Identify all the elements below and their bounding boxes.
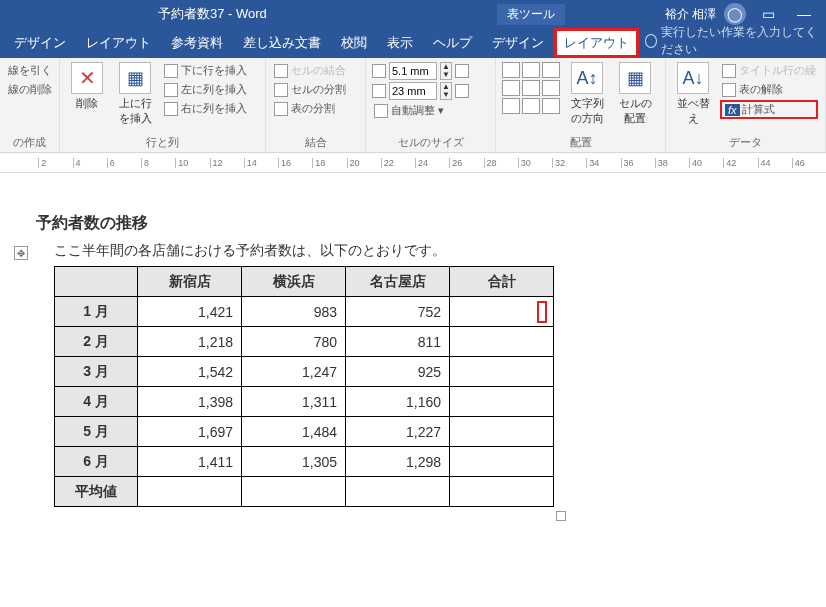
table-cell[interactable]: 1,542 [138,357,242,387]
table-cell[interactable]: 1,305 [242,447,346,477]
table-col-header[interactable]: 合計 [450,267,554,297]
ribbon-display-options-icon[interactable]: ▭ [754,6,782,22]
table-cell[interactable]: 1,311 [242,387,346,417]
table-row-header[interactable]: 6 月 [55,447,138,477]
tab-design[interactable]: デザイン [4,28,76,58]
distribute-rows-icon[interactable] [455,64,469,78]
table-cell[interactable]: 1,398 [138,387,242,417]
cell-margins-button[interactable]: ▦ セルの配置 [614,62,656,133]
sort-button[interactable]: A↓ 並べ替え [672,62,714,133]
table-cell[interactable]: 1,411 [138,447,242,477]
table-row[interactable]: 6 月1,4111,3051,298 [55,447,554,477]
table-row[interactable]: 3 月1,5421,247925 [55,357,554,387]
table-col-header[interactable]: 名古屋店 [346,267,450,297]
alignment-grid[interactable] [502,62,560,133]
tab-references[interactable]: 参考資料 [161,28,233,58]
table-sum-cell[interactable] [450,387,554,417]
table-cell[interactable]: 780 [242,327,346,357]
align-mr[interactable] [542,80,560,96]
table-row-header[interactable]: 3 月 [55,357,138,387]
table-row[interactable]: 4 月1,3981,3111,160 [55,387,554,417]
table-col-header[interactable]: 横浜店 [242,267,346,297]
table-row-header[interactable]: 1 月 [55,297,138,327]
align-tc[interactable] [522,62,540,78]
distribute-cols-icon[interactable] [455,84,469,98]
table-tools-label: 表ツール [497,4,565,25]
table-sum-cell[interactable] [450,297,554,327]
table-cell[interactable]: 811 [346,327,450,357]
user-avatar-icon[interactable]: ◯ [724,3,746,25]
tab-view[interactable]: 表示 [377,28,423,58]
align-mc[interactable] [522,80,540,96]
tell-me-search[interactable]: 実行したい作業を入力してください [645,24,822,58]
table-sum-cell[interactable] [450,417,554,447]
table-cell[interactable]: 925 [346,357,450,387]
insert-above-button[interactable]: ▦ 上に行を挿入 [114,62,156,133]
tab-help[interactable]: ヘルプ [423,28,482,58]
horizontal-ruler[interactable]: 2468101214161820222426283032343638404244… [0,153,826,173]
convert-to-text-button[interactable]: 表の解除 [720,81,818,98]
table-cell[interactable]: 1,160 [346,387,450,417]
align-bl[interactable] [502,98,520,114]
row-height-spinner[interactable]: ▲▼ [440,62,452,80]
tab-layout[interactable]: レイアウト [76,28,161,58]
table-row-header[interactable]: 平均値 [55,477,138,507]
table-row-header[interactable]: 5 月 [55,417,138,447]
table-sum-cell[interactable] [450,447,554,477]
align-tr[interactable] [542,62,560,78]
align-tl[interactable] [502,62,520,78]
row-height-icon [372,64,386,78]
align-ml[interactable] [502,80,520,96]
table-sum-cell[interactable] [450,477,554,507]
table-cell[interactable]: 1,298 [346,447,450,477]
table-cell[interactable]: 1,227 [346,417,450,447]
table-cell[interactable] [242,477,346,507]
table-cell[interactable]: 1,218 [138,327,242,357]
table-move-handle-icon[interactable]: ✥ [14,246,28,260]
insert-right-button[interactable]: 右に列を挿入 [162,100,249,117]
table-cell[interactable] [346,477,450,507]
tab-review[interactable]: 校閲 [331,28,377,58]
table-row[interactable]: 平均値 [55,477,554,507]
split-table-button[interactable]: 表の分割 [272,100,359,117]
align-br[interactable] [542,98,560,114]
align-bc[interactable] [522,98,540,114]
table-cell[interactable]: 1,484 [242,417,346,447]
table-resize-handle-icon[interactable] [556,511,566,521]
table-cell[interactable]: 1,697 [138,417,242,447]
table-cell[interactable]: 1,247 [242,357,346,387]
row-height-input[interactable] [389,62,437,80]
table-col-header[interactable] [55,267,138,297]
table-sum-cell[interactable] [450,327,554,357]
table-row[interactable]: 1 月1,421983752 [55,297,554,327]
table-col-header[interactable]: 新宿店 [138,267,242,297]
insert-below-button[interactable]: 下に行を挿入 [162,62,249,79]
table-cell[interactable]: 1,421 [138,297,242,327]
tab-table-design[interactable]: デザイン [482,28,554,58]
reservation-table[interactable]: 新宿店横浜店名古屋店合計 1 月1,4219837522 月1,21878081… [54,266,554,507]
table-row-header[interactable]: 4 月 [55,387,138,417]
autofit-icon [374,104,388,118]
delete-button[interactable]: ✕ 削除 [66,62,108,133]
table-row[interactable]: 5 月1,6971,4841,227 [55,417,554,447]
minimize-icon[interactable]: — [790,6,818,22]
split-cells-button[interactable]: セルの分割 [272,81,359,98]
draw-border-button[interactable]: 線を引く [6,62,53,79]
group-rows-cols: ✕ 削除 ▦ 上に行を挿入 下に行を挿入 左に列を挿入 右に列を挿入 行と列 [60,58,266,152]
table-row-header[interactable]: 2 月 [55,327,138,357]
erase-border-button[interactable]: 線の削除 [6,81,53,98]
insert-left-button[interactable]: 左に列を挿入 [162,81,249,98]
tab-table-layout[interactable]: レイアウト [554,28,639,58]
tab-mailings[interactable]: 差し込み文書 [233,28,331,58]
group-alignment: A↕ 文字列の方向 ▦ セルの配置 配置 [496,58,666,152]
text-direction-button[interactable]: A↕ 文字列の方向 [566,62,608,133]
table-cell[interactable]: 752 [346,297,450,327]
autofit-button[interactable]: 自動調整 ▾ [372,102,489,119]
table-cell[interactable]: 983 [242,297,346,327]
table-row[interactable]: 2 月1,218780811 [55,327,554,357]
table-sum-cell[interactable] [450,357,554,387]
col-width-spinner[interactable]: ▲▼ [440,82,452,100]
formula-button[interactable]: fx計算式 [720,100,818,119]
table-cell[interactable] [138,477,242,507]
col-width-input[interactable] [389,82,437,100]
